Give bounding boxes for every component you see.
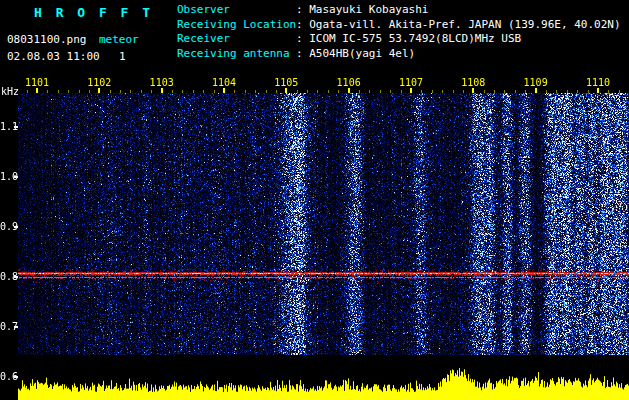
freq-axis-unit-label: kHz <box>1 86 19 98</box>
time-minor-tick <box>442 90 443 93</box>
time-minor-tick <box>556 90 557 93</box>
receiver-value: : ICOM IC-575 53.7492(8LCD)MHz USB <box>296 32 521 45</box>
time-minor-tick <box>47 90 48 93</box>
station-info: Observer: Masayuki Kobayashi Receiving L… <box>177 3 621 61</box>
time-minor-tick <box>577 90 578 93</box>
hrofft-image: H R O F F T 08031100.png meteor 02.08.03… <box>0 0 629 400</box>
time-minor-tick <box>307 90 308 93</box>
time-minor-tick <box>276 90 277 93</box>
receiving-location-value: : Ogata-vill. Akita-Pref. JAPAN (139.96E… <box>296 18 621 31</box>
time-minor-tick <box>401 90 402 93</box>
time-minor-tick <box>58 90 59 93</box>
time-minor-tick <box>484 90 485 93</box>
time-tick <box>597 88 599 93</box>
time-minor-tick <box>421 90 422 93</box>
time-tick <box>410 88 412 93</box>
receiver-label: Receiver <box>177 32 296 47</box>
time-tick <box>36 88 38 93</box>
time-minor-tick <box>141 90 142 93</box>
time-minor-tick <box>390 90 391 93</box>
meteor-count: 1 <box>119 50 126 63</box>
time-minor-tick <box>110 90 111 93</box>
info-row-receiver: Receiver: ICOM IC-575 53.7492(8LCD)MHz U… <box>177 32 621 47</box>
time-minor-tick <box>245 90 246 93</box>
receiving-antenna-value: : A504HB(yagi 4el) <box>296 47 415 60</box>
freq-tick <box>14 126 18 128</box>
time-minor-tick <box>193 90 194 93</box>
freq-tick <box>14 376 18 378</box>
time-tick <box>472 88 474 93</box>
time-minor-tick <box>359 90 360 93</box>
time-tick <box>223 88 225 93</box>
time-minor-tick <box>89 90 90 93</box>
time-minor-tick <box>151 90 152 93</box>
time-tick <box>161 88 163 93</box>
time-minor-tick <box>432 90 433 93</box>
time-minor-tick <box>619 90 620 93</box>
time-minor-tick <box>546 90 547 93</box>
time-minor-tick <box>130 90 131 93</box>
level-plot-canvas <box>18 356 629 400</box>
time-minor-tick <box>120 90 121 93</box>
freq-tick <box>14 326 18 328</box>
time-minor-tick <box>27 90 28 93</box>
info-row-observer: Observer: Masayuki Kobayashi <box>177 3 621 18</box>
time-minor-tick <box>463 90 464 93</box>
time-minor-tick <box>79 90 80 93</box>
time-minor-tick <box>328 90 329 93</box>
time-tick <box>348 88 350 93</box>
spectrogram-canvas <box>18 93 629 355</box>
time-minor-tick <box>255 90 256 93</box>
time-minor-tick <box>172 90 173 93</box>
time-minor-tick <box>504 90 505 93</box>
time-minor-tick <box>338 90 339 93</box>
time-minor-tick <box>380 90 381 93</box>
receiving-location-label: Receiving Location <box>177 18 296 33</box>
info-row-receiving-antenna: Receiving antenna: A504HB(yagi 4el) <box>177 47 621 62</box>
freq-tick <box>14 226 18 228</box>
time-tick <box>98 88 100 93</box>
time-minor-tick <box>453 90 454 93</box>
time-minor-tick <box>588 90 589 93</box>
time-minor-tick <box>203 90 204 93</box>
meteor-label: meteor <box>99 33 139 46</box>
time-minor-tick <box>494 90 495 93</box>
time-minor-tick <box>68 90 69 93</box>
observer-label: Observer <box>177 3 296 18</box>
info-row-receiving-location: Receiving Location: Ogata-vill. Akita-Pr… <box>177 18 621 33</box>
freq-tick <box>14 276 18 278</box>
time-minor-tick <box>182 90 183 93</box>
time-minor-tick <box>369 90 370 93</box>
time-minor-tick <box>317 90 318 93</box>
freq-tick <box>14 176 18 178</box>
time-tick <box>535 88 537 93</box>
time-minor-tick <box>266 90 267 93</box>
time-minor-tick <box>525 90 526 93</box>
datetime-label: 02.08.03 11:00 <box>7 50 100 63</box>
time-minor-tick <box>608 90 609 93</box>
time-tick <box>285 88 287 93</box>
app-title: H R O F F T <box>34 5 153 20</box>
time-minor-tick <box>567 90 568 93</box>
filename-label: 08031100.png <box>7 33 86 46</box>
time-minor-tick <box>297 90 298 93</box>
time-minor-tick <box>515 90 516 93</box>
time-minor-tick <box>234 90 235 93</box>
time-minor-tick <box>214 90 215 93</box>
observer-value: : Masayuki Kobayashi <box>296 3 428 16</box>
receiving-antenna-label: Receiving antenna <box>177 47 296 62</box>
